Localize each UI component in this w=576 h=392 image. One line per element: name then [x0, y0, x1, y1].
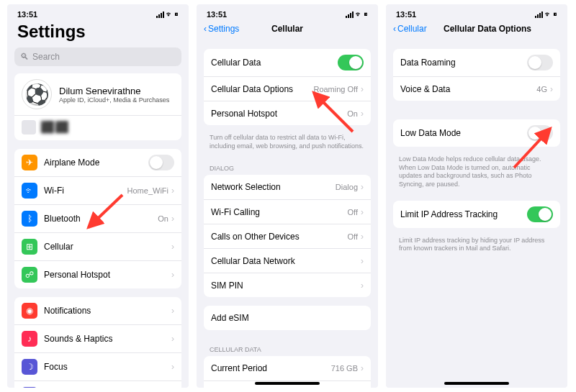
row-icon: ♪ — [22, 331, 37, 347]
row-value: On — [347, 109, 358, 118]
status-icons: ᯤ ◧ — [346, 11, 368, 18]
roaming-group: Data RoamingVoice & Data4G› — [393, 49, 560, 101]
settings-row[interactable]: ᯤWi-FiHome_WiFi› — [14, 176, 181, 204]
row-label: Wi-Fi — [44, 186, 127, 196]
home-indicator[interactable] — [255, 382, 320, 385]
row-label: Personal Hotspot — [211, 109, 347, 119]
row-label: Voice & Data — [400, 84, 536, 94]
home-indicator[interactable] — [444, 382, 509, 385]
settings-row[interactable]: ♪Sounds & Haptics› — [14, 324, 181, 352]
row-label: Cellular Data Options — [211, 84, 313, 94]
ip-tracking-group: Limit IP Address Tracking — [393, 201, 560, 228]
cellular-data-options-screen: 13:51 ᯤ ◧ ‹Cellular Cellular Data Option… — [386, 4, 567, 388]
profile-card[interactable]: Dilum Senevirathne Apple ID, iCloud+, Me… — [14, 73, 181, 140]
row-icon: ⊞ — [22, 239, 37, 255]
settings-row[interactable]: ☍Personal Hotspot› — [14, 260, 181, 288]
chevron-right-icon: › — [171, 242, 174, 252]
back-button[interactable]: ‹Cellular — [393, 24, 427, 34]
row-label: Focus — [44, 362, 171, 372]
toggle-switch[interactable] — [148, 155, 174, 170]
settings-row[interactable]: ⊞Cellular› — [14, 232, 181, 260]
row-label: Personal Hotspot — [44, 270, 171, 280]
row-value: Roaming Off — [313, 85, 358, 94]
settings-row[interactable]: Calls on Other DevicesOff› — [204, 224, 371, 248]
section-header: CELLULAR DATA — [197, 339, 378, 356]
settings-row[interactable]: Limit IP Address Tracking — [393, 201, 560, 228]
search-icon: 🔍︎ — [20, 52, 29, 62]
settings-row[interactable]: ᛒBluetoothOn› — [14, 204, 181, 232]
row-icon: ⧗ — [22, 387, 37, 388]
row-value: 716 GB — [331, 364, 358, 373]
back-button[interactable]: ‹Settings — [204, 24, 239, 34]
toggle-switch[interactable] — [527, 55, 553, 70]
row-label: SIM PIN — [211, 281, 361, 291]
row-icon: ☍ — [22, 267, 37, 283]
row-label: Network Selection — [211, 182, 336, 192]
add-esim-row[interactable]: Add eSIM — [204, 306, 371, 330]
settings-screen: 13:51 ᯤ ◧ Settings 🔍︎Search Dilum Senevi… — [7, 4, 189, 388]
chevron-right-icon: › — [361, 256, 364, 266]
chevron-left-icon: ‹ — [204, 24, 207, 34]
row-label: Cellular — [44, 242, 171, 252]
add-esim-group: Add eSIM — [204, 306, 371, 330]
chevron-right-icon: › — [171, 306, 174, 316]
chevron-right-icon: › — [171, 214, 174, 224]
status-time: 13:51 — [396, 10, 416, 19]
status-time: 13:51 — [17, 10, 37, 19]
settings-row[interactable]: ⧗Screen Time› — [14, 380, 181, 388]
settings-row[interactable]: Wi-Fi CallingOff› — [204, 199, 371, 224]
settings-row[interactable]: ✈Airplane Mode — [14, 149, 181, 176]
settings-row[interactable]: Cellular Data — [204, 49, 371, 76]
toggle-switch[interactable] — [338, 55, 364, 70]
settings-row[interactable]: Voice & Data4G› — [393, 76, 560, 101]
row-label: Cellular Data — [211, 58, 338, 68]
status-bar: 13:51 ᯤ ◧ — [197, 4, 378, 20]
status-time: 13:51 — [207, 10, 227, 19]
chevron-right-icon: › — [361, 182, 364, 192]
chevron-right-icon: › — [361, 207, 364, 217]
avatar — [22, 79, 52, 109]
row-value: Off — [348, 232, 358, 241]
settings-row[interactable]: Data Roaming — [393, 49, 560, 76]
settings-row[interactable]: Network SelectionDialog› — [204, 175, 371, 199]
status-bar: 13:51 ᯤ ◧ — [7, 4, 189, 20]
row-label: Bluetooth — [44, 214, 158, 224]
profile-sub: Apple ID, iCloud+, Media & Purchases — [59, 96, 169, 104]
chevron-right-icon: › — [361, 363, 364, 373]
search-input[interactable]: 🔍︎Search — [14, 47, 181, 66]
row-value: Home_WiFi — [127, 186, 168, 195]
chevron-right-icon: › — [361, 281, 364, 291]
cellular-screen: 13:51 ᯤ ◧ ‹Settings Cellular Cellular Da… — [197, 4, 378, 388]
row-label: Sounds & Haptics — [44, 334, 171, 344]
row-label: Cellular Data Network — [211, 256, 361, 266]
settings-row[interactable]: Current Period716 GB› — [204, 356, 371, 380]
settings-row[interactable]: Cellular Data Network› — [204, 248, 371, 273]
row-icon: ✈ — [22, 155, 37, 170]
dialog-group: Network SelectionDialog›Wi-Fi CallingOff… — [204, 175, 371, 297]
settings-row[interactable]: Cellular Data OptionsRoaming Off› — [204, 76, 371, 101]
row-value: Dialog — [336, 183, 358, 191]
section-header: DIALOG — [197, 158, 378, 175]
row-value: 4G — [536, 85, 547, 94]
row-icon: ᛒ — [22, 211, 37, 227]
settings-row[interactable]: ◉Notifications› — [14, 297, 181, 324]
settings-row[interactable]: SIM PIN› — [204, 273, 371, 297]
row-icon: ☽ — [22, 359, 37, 375]
row-label: Wi-Fi Calling — [211, 207, 348, 217]
nav-bar: ‹Cellular Cellular Data Options — [386, 20, 567, 39]
toggle-switch[interactable] — [527, 125, 553, 141]
profile-name: Dilum Senevirathne — [59, 86, 169, 96]
settings-row[interactable]: ☽Focus› — [14, 352, 181, 380]
chevron-right-icon: › — [171, 362, 174, 372]
row-value: On — [158, 214, 168, 223]
status-icons: ᯤ ◧ — [535, 11, 557, 18]
profile-icons[interactable]: ⬛⬛ — [14, 115, 181, 140]
toggle-switch[interactable] — [527, 206, 553, 222]
settings-row[interactable]: Personal HotspotOn› — [204, 101, 371, 125]
row-label: Limit IP Address Tracking — [400, 209, 527, 219]
chevron-right-icon: › — [171, 186, 174, 196]
notifications-group: ◉Notifications›♪Sounds & Haptics›☽Focus›… — [14, 297, 181, 388]
status-bar: 13:51 ᯤ ◧ — [386, 4, 567, 20]
settings-row[interactable]: Low Data Mode — [393, 119, 560, 147]
hint-text: Low Data Mode helps reduce cellular data… — [386, 155, 567, 196]
